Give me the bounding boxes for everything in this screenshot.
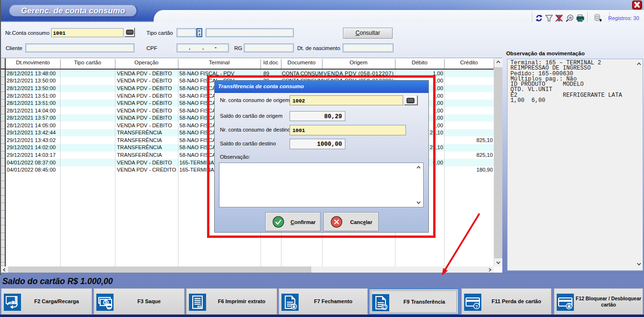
svg-text:$: $	[104, 300, 107, 305]
svg-text:?: ?	[475, 304, 478, 309]
svg-text:R$: R$	[197, 305, 202, 309]
svg-text:n: n	[569, 15, 571, 20]
